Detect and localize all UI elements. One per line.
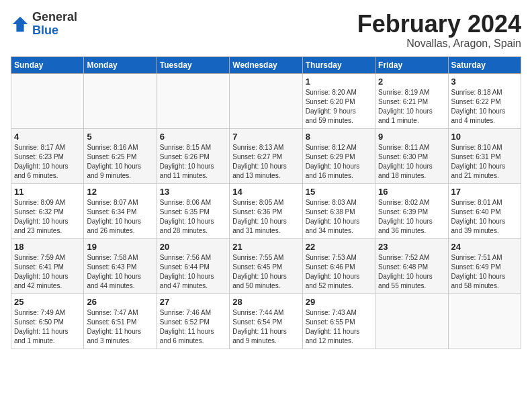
day-info: Sunrise: 7:44 AM Sunset: 6:54 PM Dayligh… [232,308,299,346]
weekday-header: Thursday [302,56,375,73]
calendar-cell [230,73,302,128]
day-info: Sunrise: 8:11 AM Sunset: 6:30 PM Dayligh… [378,143,445,181]
calendar-cell: 13Sunrise: 8:06 AM Sunset: 6:35 PM Dayli… [157,183,229,238]
day-number: 11 [14,187,81,197]
day-info: Sunrise: 7:58 AM Sunset: 6:43 PM Dayligh… [87,253,153,291]
day-info: Sunrise: 7:49 AM Sunset: 6:50 PM Dayligh… [14,308,81,346]
day-info: Sunrise: 7:56 AM Sunset: 6:44 PM Dayligh… [160,253,226,291]
calendar-cell: 4Sunrise: 8:17 AM Sunset: 6:23 PM Daylig… [11,128,84,183]
day-number: 12 [87,187,153,197]
day-info: Sunrise: 8:12 AM Sunset: 6:29 PM Dayligh… [306,143,372,181]
calendar-week-row: 18Sunrise: 7:59 AM Sunset: 6:41 PM Dayli… [11,238,521,293]
day-info: Sunrise: 8:09 AM Sunset: 6:32 PM Dayligh… [14,198,81,236]
day-info: Sunrise: 8:13 AM Sunset: 6:27 PM Dayligh… [232,143,299,181]
calendar-cell [84,73,157,128]
calendar-cell: 3Sunrise: 8:18 AM Sunset: 6:22 PM Daylig… [448,73,521,128]
day-info: Sunrise: 8:20 AM Sunset: 6:20 PM Dayligh… [306,88,372,126]
calendar-cell [375,293,448,349]
day-number: 9 [378,132,445,142]
day-number: 26 [87,297,153,307]
day-info: Sunrise: 8:19 AM Sunset: 6:21 PM Dayligh… [378,88,445,126]
weekday-header: Friday [375,56,448,73]
day-info: Sunrise: 7:59 AM Sunset: 6:41 PM Dayligh… [14,253,81,291]
day-info: Sunrise: 8:18 AM Sunset: 6:22 PM Dayligh… [451,88,518,126]
day-info: Sunrise: 8:16 AM Sunset: 6:25 PM Dayligh… [87,143,153,181]
calendar-cell: 24Sunrise: 7:51 AM Sunset: 6:49 PM Dayli… [448,238,521,293]
month-title: February 2024 [357,11,521,38]
calendar-cell: 6Sunrise: 8:15 AM Sunset: 6:26 PM Daylig… [157,128,229,183]
day-number: 4 [14,132,81,142]
day-number: 21 [232,242,299,252]
calendar-cell: 1Sunrise: 8:20 AM Sunset: 6:20 PM Daylig… [302,73,375,128]
calendar-cell: 14Sunrise: 8:05 AM Sunset: 6:36 PM Dayli… [230,183,302,238]
calendar-header: SundayMondayTuesdayWednesdayThursdayFrid… [11,56,521,73]
day-info: Sunrise: 7:53 AM Sunset: 6:46 PM Dayligh… [306,253,372,291]
calendar-cell: 22Sunrise: 7:53 AM Sunset: 6:46 PM Dayli… [302,238,375,293]
day-number: 20 [160,242,226,252]
day-number: 1 [306,77,372,87]
weekday-header: Saturday [448,56,521,73]
day-info: Sunrise: 7:47 AM Sunset: 6:51 PM Dayligh… [87,308,153,346]
logo-icon [11,15,30,34]
calendar-cell: 2Sunrise: 8:19 AM Sunset: 6:21 PM Daylig… [375,73,448,128]
day-number: 25 [14,297,81,307]
calendar-body: 1Sunrise: 8:20 AM Sunset: 6:20 PM Daylig… [11,73,521,349]
day-info: Sunrise: 8:03 AM Sunset: 6:38 PM Dayligh… [306,198,372,236]
calendar-cell [11,73,84,128]
day-number: 29 [306,297,372,307]
day-number: 6 [160,132,226,142]
title-block: February 2024 Novallas, Aragon, Spain [357,11,521,50]
weekday-header: Monday [84,56,157,73]
calendar-cell: 7Sunrise: 8:13 AM Sunset: 6:27 PM Daylig… [230,128,302,183]
day-info: Sunrise: 7:51 AM Sunset: 6:49 PM Dayligh… [451,253,518,291]
location: Novallas, Aragon, Spain [357,38,521,50]
day-info: Sunrise: 8:17 AM Sunset: 6:23 PM Dayligh… [14,143,81,181]
calendar-table: SundayMondayTuesdayWednesdayThursdayFrid… [11,56,521,349]
calendar-cell: 18Sunrise: 7:59 AM Sunset: 6:41 PM Dayli… [11,238,84,293]
day-number: 18 [14,242,81,252]
weekday-row: SundayMondayTuesdayWednesdayThursdayFrid… [11,56,521,73]
day-number: 13 [160,187,226,197]
calendar-cell: 15Sunrise: 8:03 AM Sunset: 6:38 PM Dayli… [302,183,375,238]
day-number: 23 [378,242,445,252]
calendar-cell: 20Sunrise: 7:56 AM Sunset: 6:44 PM Dayli… [157,238,229,293]
calendar-cell: 5Sunrise: 8:16 AM Sunset: 6:25 PM Daylig… [84,128,157,183]
calendar-cell: 26Sunrise: 7:47 AM Sunset: 6:51 PM Dayli… [84,293,157,349]
day-info: Sunrise: 8:02 AM Sunset: 6:39 PM Dayligh… [378,198,445,236]
day-info: Sunrise: 8:01 AM Sunset: 6:40 PM Dayligh… [451,198,518,236]
calendar-cell: 8Sunrise: 8:12 AM Sunset: 6:29 PM Daylig… [302,128,375,183]
day-number: 28 [232,297,299,307]
logo: General Blue [11,11,77,38]
day-number: 7 [232,132,299,142]
day-number: 24 [451,242,518,252]
svg-marker-0 [13,17,28,32]
weekday-header: Tuesday [157,56,229,73]
calendar-cell [157,73,229,128]
day-number: 16 [378,187,445,197]
logo-text: General Blue [32,11,77,38]
day-number: 14 [232,187,299,197]
day-info: Sunrise: 8:05 AM Sunset: 6:36 PM Dayligh… [232,198,299,236]
day-number: 3 [451,77,518,87]
day-number: 27 [160,297,226,307]
calendar-cell [448,293,521,349]
calendar-cell: 19Sunrise: 7:58 AM Sunset: 6:43 PM Dayli… [84,238,157,293]
day-info: Sunrise: 7:55 AM Sunset: 6:45 PM Dayligh… [232,253,299,291]
day-info: Sunrise: 7:52 AM Sunset: 6:48 PM Dayligh… [378,253,445,291]
day-info: Sunrise: 8:07 AM Sunset: 6:34 PM Dayligh… [87,198,153,236]
calendar-cell: 28Sunrise: 7:44 AM Sunset: 6:54 PM Dayli… [230,293,302,349]
day-info: Sunrise: 7:46 AM Sunset: 6:52 PM Dayligh… [160,308,226,346]
day-info: Sunrise: 8:06 AM Sunset: 6:35 PM Dayligh… [160,198,226,236]
calendar-week-row: 25Sunrise: 7:49 AM Sunset: 6:50 PM Dayli… [11,293,521,349]
day-number: 10 [451,132,518,142]
logo-general: General [32,11,77,24]
calendar-cell: 25Sunrise: 7:49 AM Sunset: 6:50 PM Dayli… [11,293,84,349]
day-number: 22 [306,242,372,252]
calendar-cell: 29Sunrise: 7:43 AM Sunset: 6:55 PM Dayli… [302,293,375,349]
calendar-cell: 10Sunrise: 8:10 AM Sunset: 6:31 PM Dayli… [448,128,521,183]
day-number: 5 [87,132,153,142]
day-number: 17 [451,187,518,197]
calendar-week-row: 4Sunrise: 8:17 AM Sunset: 6:23 PM Daylig… [11,128,521,183]
calendar-cell: 16Sunrise: 8:02 AM Sunset: 6:39 PM Dayli… [375,183,448,238]
calendar-cell: 21Sunrise: 7:55 AM Sunset: 6:45 PM Dayli… [230,238,302,293]
